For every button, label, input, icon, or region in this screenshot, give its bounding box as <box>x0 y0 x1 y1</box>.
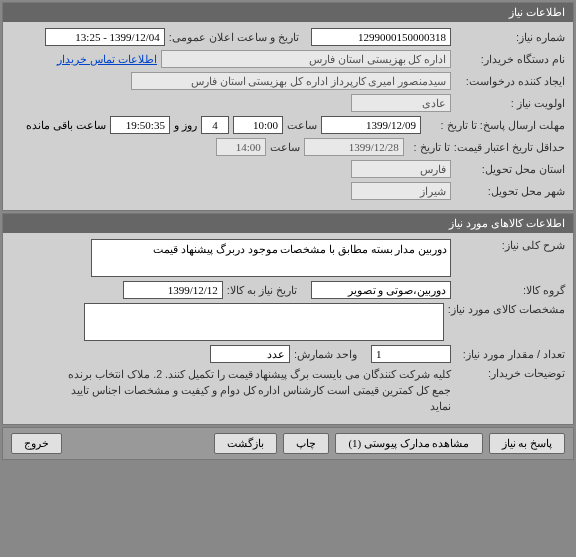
need-date-label: تاریخ نیاز به کالا: <box>227 284 297 297</box>
validity-to-label: تا تاریخ : <box>408 141 450 154</box>
remain-label: ساعت باقی مانده <box>26 119 106 132</box>
panel1-title: اطلاعات نیاز <box>3 3 573 22</box>
time-label-2: ساعت <box>270 141 300 154</box>
days-field: 4 <box>201 116 229 134</box>
days-label: روز و <box>174 119 197 132</box>
priority-field: عادی <box>351 94 451 112</box>
validity-label: حداقل تاریخ اعتبار قیمت: <box>454 141 565 154</box>
requester-label: ایجاد کننده درخواست: <box>455 75 565 88</box>
qty-field: 1 <box>371 345 451 363</box>
priority-label: اولویت نیاز : <box>455 97 565 110</box>
notes-label: توضیحات خریدار: <box>455 367 565 380</box>
panel2-title: اطلاعات کالاهای مورد نیاز <box>3 214 573 233</box>
back-button[interactable]: بازگشت <box>214 433 277 454</box>
spec-label: مشخصات کالای مورد نیاز: <box>448 303 565 316</box>
desc-label: شرح کلی نیاز: <box>455 239 565 252</box>
unit-label: واحد شمارش: <box>294 348 357 361</box>
panel-need-info: اطلاعات نیاز شماره نیاز: 129900015000031… <box>2 2 574 211</box>
exit-button[interactable]: خروج <box>11 433 62 454</box>
req-no-label: شماره نیاز: <box>455 31 565 44</box>
requester-field: سیدمنصور امیری کارپرداز اداره کل بهزیستی… <box>131 72 451 90</box>
group-label: گروه کالا: <box>455 284 565 297</box>
deadline-date-field: 1399/12/09 <box>321 116 421 134</box>
desc-textarea[interactable] <box>91 239 451 277</box>
deadline-time-field: 10:00 <box>233 116 283 134</box>
unit-field: عدد <box>210 345 290 363</box>
spec-textarea[interactable] <box>84 303 444 341</box>
pub-datetime-field: 1399/12/04 - 13:25 <box>45 28 165 46</box>
validity-date-field: 1399/12/28 <box>304 138 404 156</box>
deadline-label: مهلت ارسال پاسخ: تا تاریخ : <box>425 119 565 132</box>
city-field: شیراز <box>351 182 451 200</box>
req-no-field: 1299000150000318 <box>311 28 451 46</box>
buyer-notes: کلیه شرکت کنندگان می بایست برگ پیشنهاد ق… <box>51 367 451 414</box>
countdown-field: 19:50:35 <box>110 116 170 134</box>
buyer-field: اداره کل بهزیستی استان فارس <box>161 50 451 68</box>
time-label-1: ساعت <box>287 119 317 132</box>
need-date-field: 1399/12/12 <box>123 281 223 299</box>
province-label: استان محل تحویل: <box>455 163 565 176</box>
buyer-label: نام دستگاه خریدار: <box>455 53 565 66</box>
qty-label: تعداد / مقدار مورد نیاز: <box>455 348 565 361</box>
view-attachments-button[interactable]: مشاهده مدارک پیوستی (1) <box>335 433 482 454</box>
button-bar: پاسخ به نیاز مشاهده مدارک پیوستی (1) چاپ… <box>2 427 574 460</box>
pub-datetime-label: تاریخ و ساعت اعلان عمومی: <box>169 31 299 44</box>
reply-button[interactable]: پاسخ به نیاز <box>489 433 566 454</box>
contact-buyer-link[interactable]: اطلاعات تماس خریدار <box>57 53 157 66</box>
validity-time-field: 14:00 <box>216 138 266 156</box>
province-field: فارس <box>351 160 451 178</box>
print-button[interactable]: چاپ <box>283 433 329 454</box>
panel-goods-info: اطلاعات کالاهای مورد نیاز شرح کلی نیاز: … <box>2 213 574 425</box>
city-label: شهر محل تحویل: <box>455 185 565 198</box>
group-field: دوربین،صوتی و تصویر <box>311 281 451 299</box>
